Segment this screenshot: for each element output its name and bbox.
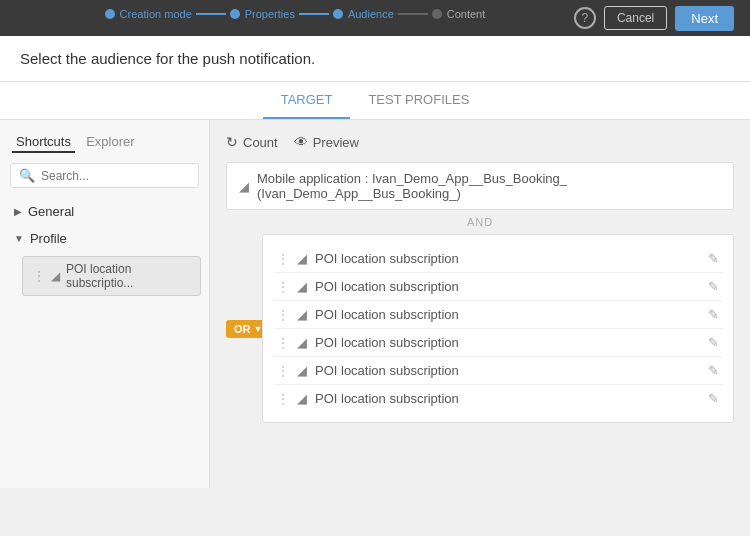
step-content: Content <box>432 8 486 20</box>
step-connector-1 <box>196 13 226 15</box>
page-title-text: Select the audience for the push notific… <box>20 50 315 67</box>
group-label: General <box>28 204 74 219</box>
content-area: ↻ Count 👁 Preview ◢ Mobile application :… <box>210 120 750 488</box>
preview-label: Preview <box>313 135 359 150</box>
step-connector-3 <box>398 13 428 15</box>
sidebar-item-list: ⋮ ◢ POI location subscriptio... <box>0 252 209 300</box>
next-button[interactable]: Next <box>675 6 734 31</box>
or-filter-text: POI location subscription <box>315 251 700 266</box>
or-filter-text: POI location subscription <box>315 279 700 294</box>
funnel-icon: ◢ <box>297 251 307 266</box>
edit-icon[interactable]: ✎ <box>708 307 719 322</box>
step-dot <box>432 9 442 19</box>
edit-icon[interactable]: ✎ <box>708 391 719 406</box>
sidebar: Shortcuts Explorer 🔍 ▶ General ▼ Profile… <box>0 120 210 488</box>
main-filter-row: ◢ Mobile application : Ivan_Demo_App__Bu… <box>226 162 734 210</box>
sidebar-tabs: Shortcuts Explorer <box>0 132 209 163</box>
funnel-icon: ◢ <box>239 179 249 194</box>
header-actions: ? Cancel Next <box>574 6 734 31</box>
toolbar: ↻ Count 👁 Preview <box>226 134 734 150</box>
funnel-icon: ◢ <box>297 279 307 294</box>
drag-handle-icon[interactable]: ⋮ <box>277 280 289 294</box>
sidebar-group-general[interactable]: ▶ General <box>0 198 209 225</box>
funnel-icon: ◢ <box>297 391 307 406</box>
drag-handle-icon[interactable]: ⋮ <box>277 392 289 406</box>
drag-handle-icon[interactable]: ⋮ <box>277 364 289 378</box>
filter-text: Mobile application : Ivan_Demo_App__Bus_… <box>257 171 721 201</box>
main-layout: Shortcuts Explorer 🔍 ▶ General ▼ Profile… <box>0 120 750 488</box>
step-properties: Properties <box>230 8 295 20</box>
filter-icon: ◢ <box>51 269 60 283</box>
search-icon: 🔍 <box>19 168 35 183</box>
step-label: Creation mode <box>120 8 192 20</box>
or-row: ⋮ ◢ POI location subscription ✎ <box>273 329 723 357</box>
tab-target[interactable]: TARGET <box>263 82 351 119</box>
count-button[interactable]: ↻ Count <box>226 134 278 150</box>
step-audience: Audience <box>333 8 394 20</box>
step-label: Content <box>447 8 486 20</box>
sidebar-search[interactable]: 🔍 <box>10 163 199 188</box>
chevron-right-icon: ▶ <box>14 206 22 217</box>
step-label: Properties <box>245 8 295 20</box>
drag-handle-icon: ⋮ <box>33 269 45 283</box>
step-dot <box>333 9 343 19</box>
or-row: ⋮ ◢ POI location subscription ✎ <box>273 245 723 273</box>
funnel-icon: ◢ <box>297 335 307 350</box>
step-creation-mode: Creation mode <box>105 8 192 20</box>
preview-button[interactable]: 👁 Preview <box>294 134 359 150</box>
or-group: ⋮ ◢ POI location subscription ✎ ⋮ ◢ POI … <box>262 234 734 423</box>
search-input[interactable] <box>41 169 190 183</box>
funnel-icon: ◢ <box>297 307 307 322</box>
step-dot <box>105 9 115 19</box>
or-row: ⋮ ◢ POI location subscription ✎ <box>273 385 723 412</box>
or-filter-text: POI location subscription <box>315 363 700 378</box>
steps-bar: Creation mode Properties Audience Conten… <box>16 8 574 28</box>
drag-handle-icon[interactable]: ⋮ <box>277 252 289 266</box>
step-label: Audience <box>348 8 394 20</box>
cancel-button[interactable]: Cancel <box>604 6 667 30</box>
or-filter-text: POI location subscription <box>315 335 700 350</box>
funnel-icon: ◢ <box>297 363 307 378</box>
sidebar-group-profile[interactable]: ▼ Profile <box>0 225 209 252</box>
item-label: POI location subscriptio... <box>66 262 190 290</box>
or-filter-text: POI location subscription <box>315 307 700 322</box>
or-row: ⋮ ◢ POI location subscription ✎ <box>273 301 723 329</box>
sidebar-tab-explorer[interactable]: Explorer <box>82 132 138 153</box>
edit-icon[interactable]: ✎ <box>708 335 719 350</box>
page-subtitle: Select the audience for the push notific… <box>0 36 750 82</box>
or-label: OR <box>234 323 251 335</box>
or-row: ⋮ ◢ POI location subscription ✎ <box>273 357 723 385</box>
step-connector-2 <box>299 13 329 15</box>
or-row: ⋮ ◢ POI location subscription ✎ <box>273 273 723 301</box>
header: Creation mode Properties Audience Conten… <box>0 0 750 36</box>
step-dot <box>230 9 240 19</box>
count-label: Count <box>243 135 278 150</box>
or-filter-text: POI location subscription <box>315 391 700 406</box>
eye-icon: 👁 <box>294 134 308 150</box>
chevron-down-icon: ▼ <box>14 233 24 244</box>
and-label: AND <box>226 210 734 234</box>
drag-handle-icon[interactable]: ⋮ <box>277 308 289 322</box>
sidebar-section: ▶ General ▼ Profile ⋮ ◢ POI location sub… <box>0 198 209 300</box>
edit-icon[interactable]: ✎ <box>708 279 719 294</box>
main-tabs: TARGET TEST PROFILES <box>0 82 750 120</box>
help-button[interactable]: ? <box>574 7 596 29</box>
tab-test-profiles[interactable]: TEST PROFILES <box>350 82 487 119</box>
edit-icon[interactable]: ✎ <box>708 251 719 266</box>
drag-handle-icon[interactable]: ⋮ <box>277 336 289 350</box>
sidebar-tab-shortcuts[interactable]: Shortcuts <box>12 132 75 153</box>
count-icon: ↻ <box>226 134 238 150</box>
group-label: Profile <box>30 231 67 246</box>
sidebar-item-poi[interactable]: ⋮ ◢ POI location subscriptio... <box>22 256 201 296</box>
edit-icon[interactable]: ✎ <box>708 363 719 378</box>
